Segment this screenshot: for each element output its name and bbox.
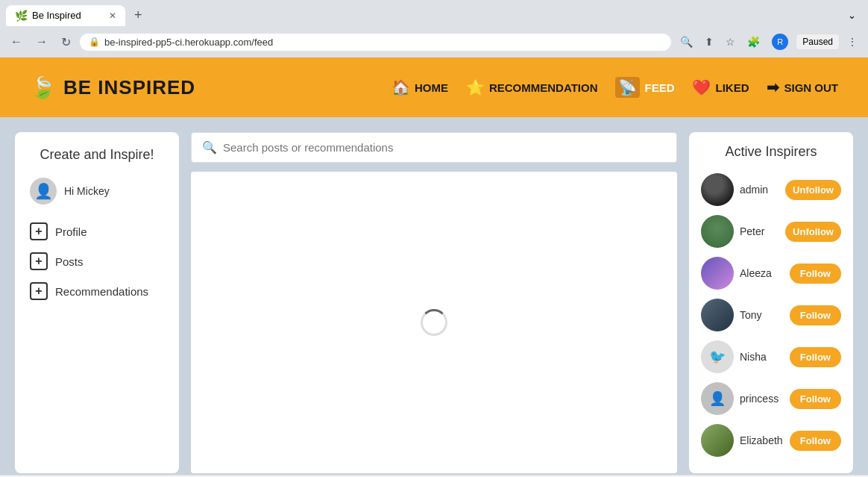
avatar-icon: 👤 <box>34 182 53 200</box>
inspirer-name: Nisha <box>740 351 784 363</box>
tab-bar: 🌿 Be Inspired ✕ + ⌄ <box>0 0 868 26</box>
new-tab-button[interactable]: + <box>128 4 148 26</box>
avatar <box>701 257 734 290</box>
inspirers-title: Active Inspirers <box>701 144 841 160</box>
nav-feed[interactable]: 📡 FEED <box>615 77 674 98</box>
search-icon: 🔍 <box>202 140 217 155</box>
inspirer-name: Tony <box>740 309 784 321</box>
forward-button[interactable]: → <box>31 32 52 52</box>
address-text: be-inspired-pp5-ci.herokuapp.com/feed <box>104 37 662 48</box>
avatar <box>701 424 734 457</box>
home-icon: 🏠 <box>391 78 410 96</box>
heart-icon: ❤️ <box>692 78 711 96</box>
sidebar-title: Create and Inspire! <box>30 147 164 163</box>
search-button[interactable]: 🔍 <box>676 33 697 51</box>
unfollow-button[interactable]: Unfollow <box>785 180 841 200</box>
browser-chrome: 🌿 Be Inspired ✕ + ⌄ ← → ↻ 🔒 be-inspired-… <box>0 0 868 57</box>
signout-icon: ➡ <box>767 78 779 96</box>
feed-content <box>191 172 677 473</box>
follow-button[interactable]: Follow <box>790 347 841 367</box>
search-bar[interactable]: 🔍 <box>191 132 677 163</box>
list-item: 👤 princess Follow <box>701 378 841 420</box>
inspirer-name: admin <box>740 184 779 196</box>
list-item: Peter Unfollow <box>701 211 841 252</box>
feed-area: 🔍 <box>191 132 677 473</box>
share-button[interactable]: ⬆ <box>700 33 718 51</box>
sidebar-item-posts[interactable]: + Posts <box>30 246 164 276</box>
follow-button[interactable]: Follow <box>790 431 841 451</box>
list-item: admin Unfollow <box>701 169 841 211</box>
sidebar-item-posts-label: Posts <box>55 255 84 268</box>
inspirer-name: Aleeza <box>740 267 784 279</box>
address-bar[interactable]: 🔒 be-inspired-pp5-ci.herokuapp.com/feed <box>80 34 671 51</box>
recommendations-icon: + <box>30 282 48 300</box>
lock-icon: 🔒 <box>89 37 100 47</box>
nav-home[interactable]: 🏠 HOME <box>391 78 448 96</box>
tab-title: Be Inspired <box>32 10 104 21</box>
nav-liked[interactable]: ❤️ LIKED <box>692 78 749 96</box>
tab-end-controls: ⌄ <box>842 7 862 24</box>
active-tab[interactable]: 🌿 Be Inspired ✕ <box>6 5 125 26</box>
posts-icon: + <box>30 252 48 270</box>
star-icon: ⭐ <box>466 78 485 96</box>
user-greeting: Hi Mickey <box>64 185 110 197</box>
sidebar-item-profile-label: Profile <box>55 225 87 238</box>
avatar: 👤 <box>701 382 734 415</box>
profile-icon: + <box>30 222 48 240</box>
sidebar-item-recommendations[interactable]: + Recommendations <box>30 276 164 306</box>
profile-button[interactable]: R <box>767 31 793 53</box>
menu-button[interactable]: ⋮ <box>843 33 862 51</box>
tab-menu-button[interactable]: ⌄ <box>842 7 862 24</box>
brand-name: BE INSPIRED <box>63 76 195 99</box>
list-item: Aleeza Follow <box>701 252 841 294</box>
nav-recommendation-label: RECOMMENDATION <box>489 81 598 94</box>
loading-spinner <box>421 309 447 336</box>
app-wrapper: 🍃 BE INSPIRED 🏠 HOME ⭐ RECOMMENDATION 📡 … <box>0 57 868 475</box>
brand-icon: 🍃 <box>30 75 56 100</box>
profile-initial: R <box>772 34 788 50</box>
feed-icon: 📡 <box>615 77 640 98</box>
nav-signout-label: SIGN OUT <box>784 81 838 94</box>
tab-favicon: 🌿 <box>15 10 28 22</box>
nav-signout[interactable]: ➡ SIGN OUT <box>767 78 838 96</box>
avatar <box>701 173 734 206</box>
unfollow-button[interactable]: Unfollow <box>785 222 841 242</box>
avatar <box>701 215 734 248</box>
inspirer-name: Elizabeth <box>740 434 784 446</box>
paused-button[interactable]: Paused <box>796 34 840 50</box>
list-item: 🐦 Nisha Follow <box>701 336 841 378</box>
follow-button[interactable]: Follow <box>790 264 841 284</box>
back-button[interactable]: ← <box>6 32 27 52</box>
brand[interactable]: 🍃 BE INSPIRED <box>30 75 195 100</box>
bookmark-button[interactable]: ☆ <box>721 33 740 51</box>
avatar: 🐦 <box>701 340 734 373</box>
list-item: Elizabeth Follow <box>701 420 841 461</box>
app-nav: 🍃 BE INSPIRED 🏠 HOME ⭐ RECOMMENDATION 📡 … <box>0 57 868 117</box>
inspirers-panel: Active Inspirers admin Unfollow Peter Un… <box>689 132 853 473</box>
inspirer-name: Peter <box>740 225 779 237</box>
follow-button[interactable]: Follow <box>790 389 841 409</box>
search-input[interactable] <box>223 141 666 154</box>
nav-recommendation[interactable]: ⭐ RECOMMENDATION <box>466 78 598 96</box>
nav-feed-label: FEED <box>644 81 674 94</box>
follow-button[interactable]: Follow <box>790 305 841 325</box>
list-item: Tony Follow <box>701 294 841 336</box>
reload-button[interactable]: ↻ <box>57 32 75 52</box>
sidebar-item-profile[interactable]: + Profile <box>30 216 164 246</box>
avatar: 👤 <box>30 178 57 205</box>
nav-home-label: HOME <box>415 81 448 94</box>
address-bar-row: ← → ↻ 🔒 be-inspired-pp5-ci.herokuapp.com… <box>0 26 868 57</box>
sidebar-user: 👤 Hi Mickey <box>30 178 164 205</box>
nav-liked-label: LIKED <box>715 81 749 94</box>
tab-close-button[interactable]: ✕ <box>109 10 116 21</box>
nav-links: 🏠 HOME ⭐ RECOMMENDATION 📡 FEED ❤️ LIKED … <box>391 77 838 98</box>
main-content: Create and Inspire! 👤 Hi Mickey + Profil… <box>0 117 868 475</box>
browser-actions: 🔍 ⬆ ☆ 🧩 R Paused ⋮ <box>676 31 862 53</box>
sidebar: Create and Inspire! 👤 Hi Mickey + Profil… <box>15 132 179 473</box>
avatar <box>701 299 734 331</box>
extension-button[interactable]: 🧩 <box>743 33 764 51</box>
inspirer-name: princess <box>740 393 784 405</box>
sidebar-item-recommendations-label: Recommendations <box>55 285 148 298</box>
